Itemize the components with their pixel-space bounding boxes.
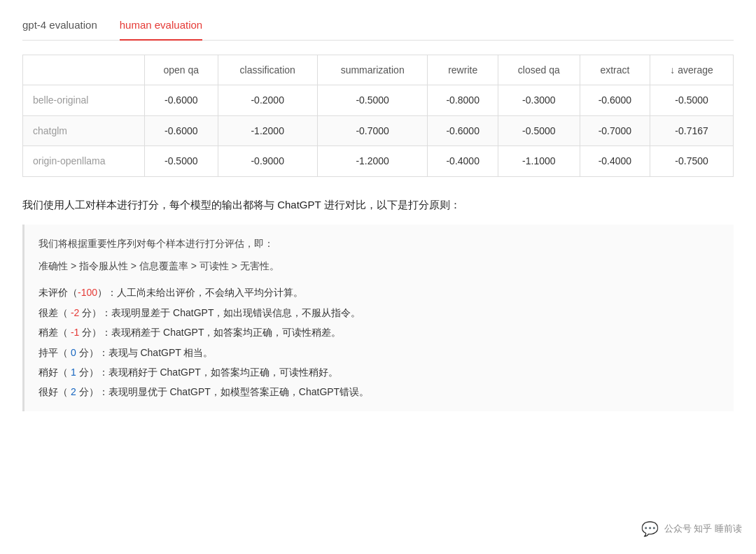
col-header-closed-qa: closed qa (498, 55, 580, 85)
tab-human-label: human evaluation (120, 19, 202, 31)
cell-model-openllama: origin-openllama (23, 146, 145, 176)
score-item-0: 持平（ 0 分）：表现与 ChatGPT 相当。 (38, 345, 720, 360)
tab-bar: gpt-4 evaluation human evaluation (22, 17, 734, 41)
tab-gpt4-evaluation[interactable]: gpt-4 evaluation (22, 17, 97, 41)
quote-block: 我们将根据重要性序列对每个样本进行打分评估，即： 准确性 > 指令服从性 > 信… (22, 225, 734, 411)
col-header-model (23, 55, 145, 85)
intro-text: 我们使用人工对样本进行打分，每个模型的输出都将与 ChatGPT 进行对比，以下… (22, 197, 734, 213)
cell-belle-classification: -0.2000 (218, 85, 317, 115)
table-row: belle-original -0.6000 -0.2000 -0.5000 -… (23, 85, 734, 115)
cell-chatglm-classification: -1.2000 (218, 115, 317, 145)
cell-model-chatglm: chatglm (23, 115, 145, 145)
cell-chatglm-average: -0.7167 (650, 115, 734, 145)
cell-belle-closed-qa: -0.3000 (498, 85, 580, 115)
cell-chatglm-rewrite: -0.6000 (428, 115, 498, 145)
score-value-2: 2 (71, 386, 76, 397)
criteria-label: 我们将根据重要性序列对每个样本进行打分评估，即： (38, 236, 720, 251)
cell-belle-summarization: -0.5000 (317, 85, 428, 115)
score-value-1: 1 (71, 367, 76, 378)
criteria-order: 准确性 > 指令服从性 > 信息覆盖率 > 可读性 > 无害性。 (38, 258, 720, 274)
score-item-neg2: 很差（ -2 分）：表现明显差于 ChatGPT，如出现错误信息，不服从指令。 (38, 305, 720, 320)
cell-belle-average: -0.5000 (650, 85, 734, 115)
cell-chatglm-extract: -0.7000 (580, 115, 650, 145)
col-header-open-qa: open qa (145, 55, 218, 85)
score-value-neg100: -100 (78, 287, 97, 298)
col-header-rewrite: rewrite (428, 55, 498, 85)
cell-openllama-extract: -0.4000 (580, 146, 650, 176)
cell-openllama-average: -0.7500 (650, 146, 734, 176)
col-header-average: ↓ average (650, 55, 734, 85)
cell-chatglm-summarization: -0.7000 (317, 115, 428, 145)
cell-belle-open-qa: -0.6000 (145, 85, 218, 115)
cell-model-belle: belle-original (23, 85, 145, 115)
cell-chatglm-closed-qa: -0.5000 (498, 115, 580, 145)
description-section: 我们使用人工对样本进行打分，每个模型的输出都将与 ChatGPT 进行对比，以下… (22, 197, 734, 411)
cell-openllama-closed-qa: -1.1000 (498, 146, 580, 176)
cell-openllama-rewrite: -0.4000 (428, 146, 498, 176)
score-item-neg1: 稍差（ -1 分）：表现稍差于 ChatGPT，如答案均正确，可读性稍差。 (38, 325, 720, 340)
score-value-neg1: -1 (71, 327, 79, 338)
cell-openllama-open-qa: -0.5000 (145, 146, 218, 176)
table-row: chatglm -0.6000 -1.2000 -0.7000 -0.6000 … (23, 115, 734, 145)
tab-gpt4-label: gpt-4 evaluation (22, 19, 97, 31)
col-header-summarization: summarization (317, 55, 428, 85)
cell-belle-extract: -0.6000 (580, 85, 650, 115)
score-value-neg2: -2 (71, 307, 79, 318)
score-item-2: 很好（ 2 分）：表现明显优于 ChatGPT，如模型答案正确，ChatGPT错… (38, 384, 720, 399)
score-value-0: 0 (71, 347, 76, 358)
col-header-classification: classification (218, 55, 317, 85)
cell-openllama-classification: -0.9000 (218, 146, 317, 176)
table-header-row: open qa classification summarization rew… (23, 55, 734, 85)
evaluation-table: open qa classification summarization rew… (22, 55, 734, 177)
scoring-list: 未评价（-100）：人工尚未给出评价，不会纳入平均分计算。 很差（ -2 分）：… (38, 285, 720, 399)
cell-chatglm-open-qa: -0.6000 (145, 115, 218, 145)
score-item-1: 稍好（ 1 分）：表现稍好于 ChatGPT，如答案均正确，可读性稍好。 (38, 364, 720, 380)
cell-openllama-summarization: -1.2000 (317, 146, 428, 176)
cell-belle-rewrite: -0.8000 (428, 85, 498, 115)
evaluation-table-wrap: open qa classification summarization rew… (22, 55, 734, 177)
table-row: origin-openllama -0.5000 -0.9000 -1.2000… (23, 146, 734, 176)
score-item-neg100: 未评价（-100）：人工尚未给出评价，不会纳入平均分计算。 (38, 285, 720, 300)
tab-human-evaluation[interactable]: human evaluation (120, 17, 202, 41)
col-header-extract: extract (580, 55, 650, 85)
